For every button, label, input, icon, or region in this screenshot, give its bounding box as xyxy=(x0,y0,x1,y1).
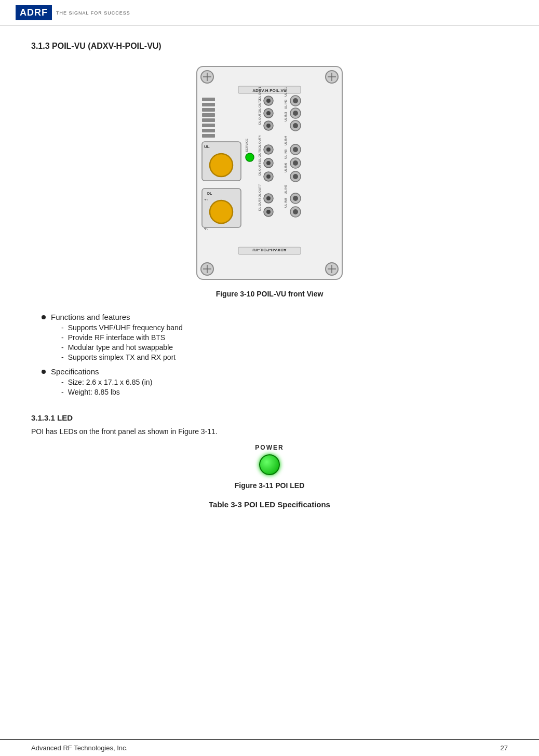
svg-point-25 xyxy=(210,154,233,177)
list-item: Size: 2.6 x 17.1 x 6.85 (in) xyxy=(61,378,508,386)
list-item: Provide RF interface with BTS xyxy=(61,333,508,342)
svg-point-47 xyxy=(266,161,271,165)
bullet-content-1: Specifications Size: 2.6 x 17.1 x 6.85 (… xyxy=(51,367,508,398)
power-label: POWER xyxy=(255,444,284,451)
svg-point-56 xyxy=(266,210,271,214)
figure-10-container: ADXV-H-POIL-VU UL SERVICE DL ד∩ ד∩ xyxy=(31,61,508,298)
svg-point-62 xyxy=(293,111,298,116)
svg-text:ד∩: ד∩ xyxy=(204,198,208,201)
svg-point-50 xyxy=(266,174,271,179)
bullet-title-0: Functions and features xyxy=(51,313,508,321)
bullet-title-1: Specifications xyxy=(51,367,508,376)
svg-point-44 xyxy=(266,147,271,152)
svg-text:SERVICE: SERVICE xyxy=(245,139,248,152)
svg-text:DL OUT2: DL OUT2 xyxy=(258,99,261,112)
page-header: ADRF THE SIGNAL FOR SUCCESS xyxy=(0,0,539,26)
bullet-item-1: Specifications Size: 2.6 x 17.1 x 6.85 (… xyxy=(42,367,508,398)
list-item: Supports VHF/UHF frequency band xyxy=(61,323,508,332)
svg-point-31 xyxy=(210,200,233,223)
svg-point-74 xyxy=(293,174,298,179)
svg-text:DL OUT7: DL OUT7 xyxy=(258,184,261,197)
svg-rect-15 xyxy=(202,98,215,101)
sub-list-1: Size: 2.6 x 17.1 x 6.85 (in) Weight: 8.8… xyxy=(61,378,508,396)
bullet-item-0: Functions and features Supports VHF/UHF … xyxy=(42,313,508,363)
svg-text:UL IN4: UL IN4 xyxy=(284,136,287,145)
device-illustration-svg: ADXV-H-POIL-VU UL SERVICE DL ד∩ ד∩ xyxy=(192,61,347,285)
svg-text:DL OUT3: DL OUT3 xyxy=(258,111,261,125)
figure-11-container: POWER Figure 3-11 POI LED xyxy=(31,444,508,490)
svg-point-77 xyxy=(293,196,298,201)
svg-rect-17 xyxy=(202,108,215,112)
svg-point-59 xyxy=(293,98,298,103)
list-item: Weight: 8.85 lbs xyxy=(61,388,508,396)
svg-rect-16 xyxy=(202,103,215,106)
svg-text:UL IN6: UL IN6 xyxy=(284,163,287,172)
logo-text: ADRF xyxy=(16,5,52,20)
svg-text:ADXV-H-POIL-VU: ADXV-H-POIL-VU xyxy=(252,248,287,252)
svg-text:ד∩: ד∩ xyxy=(204,227,208,231)
page-footer: Advanced RF Technologies, Inc. 27 xyxy=(0,739,539,756)
svg-rect-19 xyxy=(202,118,215,122)
logo-area: ADRF THE SIGNAL FOR SUCCESS xyxy=(16,5,130,20)
table-heading: Table 3-3 POI LED Specifications xyxy=(31,500,508,509)
footer-right: 27 xyxy=(501,744,508,752)
svg-text:DL OUT1: DL OUT1 xyxy=(258,86,261,100)
svg-text:UL IN1: UL IN1 xyxy=(284,87,287,97)
svg-point-71 xyxy=(293,160,298,166)
bullet-dot-1 xyxy=(42,370,46,374)
bullet-content-0: Functions and features Supports VHF/UHF … xyxy=(51,313,508,363)
svg-text:UL IN8: UL IN8 xyxy=(284,198,287,208)
figure-10-caption: Figure 3-10 POIL-VU front View xyxy=(216,290,324,298)
svg-text:UL IN5: UL IN5 xyxy=(284,149,287,159)
bullet-dot-0 xyxy=(42,315,46,319)
svg-point-68 xyxy=(293,147,298,152)
svg-point-65 xyxy=(293,123,298,128)
footer-left: Advanced RF Technologies, Inc. xyxy=(31,744,128,752)
svg-rect-21 xyxy=(202,129,215,132)
svg-text:DL OUT6: DL OUT6 xyxy=(258,162,261,176)
svg-text:DL OUT5: DL OUT5 xyxy=(258,148,261,162)
svg-text:UL IN2: UL IN2 xyxy=(284,99,287,109)
subsection-311-heading: 3.1.3.1 LED xyxy=(31,413,508,422)
svg-point-53 xyxy=(266,196,271,200)
svg-text:DL: DL xyxy=(207,192,212,195)
logo-tagline: THE SIGNAL FOR SUCCESS xyxy=(56,10,130,16)
svg-text:UL: UL xyxy=(204,144,210,149)
list-item: Modular type and hot swappable xyxy=(61,343,508,352)
power-led xyxy=(259,454,280,475)
svg-rect-18 xyxy=(202,113,215,117)
list-item: Supports simplex TX and RX port xyxy=(61,353,508,361)
svg-point-38 xyxy=(266,111,271,115)
svg-point-80 xyxy=(293,209,298,214)
svg-rect-22 xyxy=(202,134,215,138)
svg-point-35 xyxy=(266,99,271,103)
svg-rect-20 xyxy=(202,124,215,127)
svg-text:UL IN7: UL IN7 xyxy=(284,184,287,194)
main-content: 3.1.3 POIL-VU (ADXV-H-POIL-VU) ADXV-H-P xyxy=(0,26,539,545)
figure-11-caption: Figure 3-11 POI LED xyxy=(235,481,305,490)
svg-text:UL IN3: UL IN3 xyxy=(284,112,287,122)
sub-list-0: Supports VHF/UHF frequency band Provide … xyxy=(61,323,508,361)
svg-text:DL OUT8: DL OUT8 xyxy=(258,197,261,211)
subsection-311-text: POI has LEDs on the front panel as shown… xyxy=(31,427,508,436)
section-heading-313: 3.1.3 POIL-VU (ADXV-H-POIL-VU) xyxy=(31,42,508,51)
svg-point-41 xyxy=(266,124,271,128)
svg-text:DL OUT4: DL OUT4 xyxy=(258,135,261,148)
svg-point-26 xyxy=(246,153,254,161)
bullet-section: Functions and features Supports VHF/UHF … xyxy=(42,313,508,398)
